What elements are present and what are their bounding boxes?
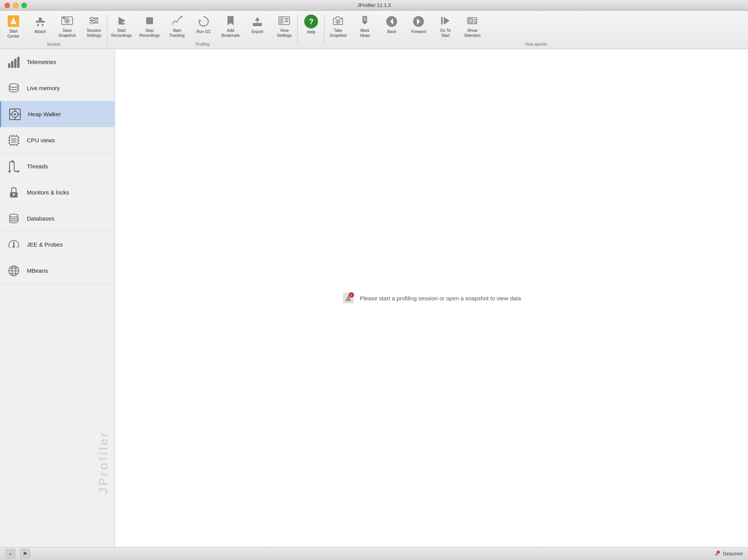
sidebar-item-jee-probes-label: JEE & Probes xyxy=(27,241,63,248)
start-tracking-button[interactable]: StartTracking xyxy=(163,12,190,42)
start-center-label: StartCenter xyxy=(7,29,20,38)
export-label: Export xyxy=(252,29,263,34)
status-bar-right: ! Detached xyxy=(713,550,743,557)
svg-point-28 xyxy=(337,21,339,23)
stop-recordings-icon xyxy=(143,15,157,27)
add-bookmark-icon xyxy=(224,15,237,27)
start-center-button[interactable]: StartCenter xyxy=(0,12,27,42)
help-icon: ? xyxy=(304,15,318,28)
toolbar-section-session: StartCenter Attach xyxy=(0,11,107,49)
start-tracking-icon xyxy=(170,15,184,27)
svg-point-71 xyxy=(17,170,19,173)
run-gc-label: Run GC xyxy=(196,29,211,34)
session-settings-button[interactable]: SessionSettings xyxy=(81,12,107,42)
forward-icon xyxy=(412,15,425,28)
svg-rect-57 xyxy=(11,138,16,143)
content-area: ! Please start a profiling session or op… xyxy=(115,49,748,547)
show-selection-button[interactable]: ShowSelection xyxy=(459,12,486,42)
svg-text:!: ! xyxy=(351,293,352,297)
sidebar-item-threads[interactable]: Threads xyxy=(0,153,115,180)
sidebar-item-monitors-locks[interactable]: Monitors & locks xyxy=(0,180,115,206)
add-bookmark-button[interactable]: AddBookmark xyxy=(217,12,244,42)
svg-rect-46 xyxy=(14,59,16,68)
mark-heap-button[interactable]: MarkHeap xyxy=(351,12,378,42)
show-selection-label: ShowSelection xyxy=(464,28,481,38)
svg-point-15 xyxy=(91,22,93,24)
heapwalker-icon xyxy=(8,107,22,121)
title-bar: JProfiler 11.1.3 xyxy=(0,0,748,11)
svg-rect-37 xyxy=(441,17,443,25)
export-icon xyxy=(250,15,264,28)
toolbar-section-help: ? Help xyxy=(298,11,325,49)
svg-point-55 xyxy=(14,113,16,115)
svg-point-74 xyxy=(13,193,15,195)
main-area: Telemetries Live memory xyxy=(0,49,748,547)
sidebar-item-heap-walker[interactable]: Heap Walker xyxy=(0,101,115,127)
back-icon xyxy=(385,15,399,28)
export-button[interactable]: Export xyxy=(244,12,271,42)
database-icon xyxy=(7,212,21,226)
sidebar-item-monitors-locks-label: Monitors & locks xyxy=(27,189,69,196)
sidebar-item-telemetries[interactable]: Telemetries xyxy=(0,49,115,75)
status-add-button[interactable]: + xyxy=(5,549,15,559)
svg-rect-44 xyxy=(8,63,10,68)
svg-rect-9 xyxy=(63,17,65,19)
save-snapshot-button[interactable]: SaveSnapshot xyxy=(54,12,81,42)
forward-button[interactable]: Forward xyxy=(405,12,432,42)
detached-icon: ! xyxy=(713,550,720,557)
go-to-start-button[interactable]: Go ToStart xyxy=(432,12,459,42)
forward-label: Forward xyxy=(411,29,426,34)
session-settings-label: SessionSettings xyxy=(87,28,101,38)
sidebar-item-cpu-views[interactable]: CPU views xyxy=(0,127,115,153)
close-button[interactable] xyxy=(5,3,10,8)
save-snapshot-icon xyxy=(60,15,74,27)
sidebar-item-heap-walker-label: Heap Walker xyxy=(28,111,61,117)
take-snapshot-button[interactable]: TakeSnapshot xyxy=(325,12,351,42)
view-settings-icon xyxy=(277,15,291,27)
start-recordings-icon xyxy=(115,15,129,27)
session-label: Session xyxy=(0,42,107,46)
sidebar-item-live-memory-label: Live memory xyxy=(27,85,60,91)
sidebar-item-mbeans-label: MBeans xyxy=(27,267,48,274)
threads-icon xyxy=(7,160,21,173)
gauge-icon xyxy=(7,238,21,252)
start-recordings-button[interactable]: StartRecordings xyxy=(107,12,135,42)
attach-button[interactable]: Attach xyxy=(27,12,54,42)
status-bar: + ⚑ ! Detached xyxy=(0,547,748,560)
profiling-label: Profiling xyxy=(107,42,298,46)
stop-recordings-button[interactable]: StopRecordings xyxy=(135,12,163,42)
minimize-button[interactable] xyxy=(13,3,18,8)
help-label: Help xyxy=(307,30,315,35)
sidebar-item-threads-label: Threads xyxy=(27,163,48,170)
sidebar-item-jee-probes[interactable]: JEE & Probes xyxy=(0,232,115,258)
svg-rect-31 xyxy=(364,18,366,18)
maximize-button[interactable] xyxy=(21,3,27,8)
run-gc-icon xyxy=(197,15,211,28)
svg-rect-17 xyxy=(119,23,125,25)
stop-recordings-label: StopRecordings xyxy=(139,28,160,38)
sidebar-item-databases[interactable]: Databases xyxy=(0,206,115,232)
add-bookmark-label: AddBookmark xyxy=(222,28,240,38)
back-button[interactable]: Back xyxy=(378,12,405,42)
svg-point-48 xyxy=(9,84,18,87)
svg-rect-4 xyxy=(37,24,39,26)
run-gc-button[interactable]: Run GC xyxy=(190,12,217,42)
help-button[interactable]: ? Help xyxy=(298,12,325,42)
watermark-text: JProfiler xyxy=(96,431,110,494)
svg-point-29 xyxy=(341,19,342,20)
view-settings-label: ViewSettings xyxy=(277,28,292,38)
svg-rect-25 xyxy=(285,18,288,20)
take-snapshot-label: TakeSnapshot xyxy=(330,28,346,38)
sidebar-item-live-memory[interactable]: Live memory xyxy=(0,75,115,101)
svg-rect-47 xyxy=(17,57,20,68)
view-settings-button[interactable]: ViewSettings xyxy=(271,12,298,42)
window-title: JProfiler 11.1.3 xyxy=(357,2,390,8)
telemetry-icon xyxy=(7,55,21,69)
session-settings-icon xyxy=(87,15,101,27)
start-recordings-label: StartRecordings xyxy=(111,28,132,38)
status-flag-button[interactable]: ⚑ xyxy=(20,549,30,559)
sidebar-item-mbeans[interactable]: MBeans xyxy=(0,258,115,284)
go-to-start-label: Go ToStart xyxy=(440,28,451,38)
memory-icon xyxy=(7,81,21,95)
globe-icon xyxy=(7,264,21,278)
